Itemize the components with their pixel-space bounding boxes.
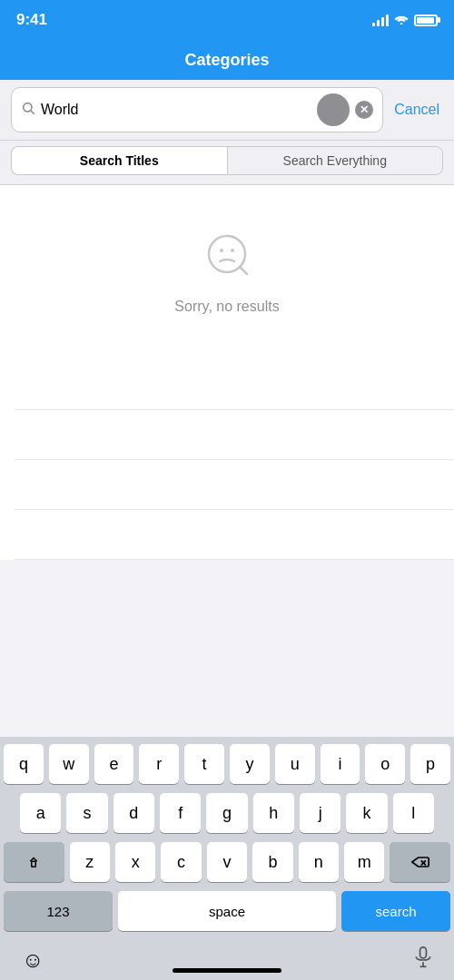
key-n[interactable]: n [299,842,339,882]
keyboard-row-3: z x c v b n m [4,842,450,882]
keyboard: q w e r t y u i o p a s d f g h j k l z … [0,737,454,980]
key-v[interactable]: v [207,842,247,882]
keyboard-row-1: q w e r t y u i o p [4,744,450,784]
key-b[interactable]: b [252,842,292,882]
wifi-icon [394,14,409,27]
no-results-text: Sorry, no results [174,299,279,315]
key-p[interactable]: p [410,744,450,784]
key-z[interactable]: z [70,842,110,882]
nav-bar: Categories [0,40,454,80]
search-icon [21,101,35,119]
svg-line-2 [31,111,35,114]
key-m[interactable]: m [344,842,384,882]
search-key[interactable]: search [341,891,450,931]
cancel-button[interactable]: Cancel [390,102,443,118]
key-r[interactable]: r [139,744,179,784]
signal-icon [372,14,389,26]
empty-row-1 [0,360,454,409]
svg-point-1 [24,103,32,112]
home-indicator [173,968,281,973]
key-e[interactable]: e [94,744,134,784]
key-i[interactable]: i [321,744,360,784]
search-input-wrapper[interactable]: ✕ [11,87,383,132]
segment-search-titles[interactable]: Search Titles [11,146,227,175]
no-results-container: Sorry, no results [0,185,454,360]
segment-search-everything[interactable]: Search Everything [227,146,444,175]
status-bar: 9:41 [0,0,454,40]
clear-button[interactable]: ✕ [355,101,373,119]
keyboard-bottom-row: 123 space search [4,891,450,931]
key-j[interactable]: j [300,793,340,833]
key-d[interactable]: d [114,793,154,833]
key-y[interactable]: y [230,744,270,784]
svg-point-0 [400,23,403,24]
key-l[interactable]: l [393,793,434,833]
key-o[interactable]: o [365,744,405,784]
space-key[interactable]: space [118,891,336,931]
key-x[interactable]: x [115,842,155,882]
key-k[interactable]: k [346,793,387,833]
empty-row-2 [0,410,454,459]
key-q[interactable]: q [4,744,44,784]
key-u[interactable]: u [275,744,315,784]
backspace-key[interactable] [390,842,450,882]
content-area [0,360,454,560]
divider-4 [15,559,454,560]
key-h[interactable]: h [253,793,294,833]
key-c[interactable]: c [161,842,201,882]
battery-icon [414,15,438,26]
svg-line-6 [240,267,247,274]
status-time: 9:41 [16,11,47,29]
bottom-bar: ☺ [4,940,450,980]
emoji-button[interactable]: ☺ [22,947,44,973]
no-results-icon [203,230,251,288]
key-s[interactable]: s [66,793,107,833]
search-input[interactable] [41,102,311,118]
key-t[interactable]: t [184,744,224,784]
shift-key[interactable] [4,842,64,882]
key-f[interactable]: f [160,793,201,833]
microphone-icon[interactable] [414,946,432,974]
nav-title: Categories [184,51,269,70]
num-key[interactable]: 123 [4,891,113,931]
svg-rect-7 [32,861,36,867]
key-g[interactable]: g [206,793,247,833]
empty-row-3 [0,460,454,509]
user-avatar [317,93,350,126]
empty-row-4 [0,510,454,559]
key-a[interactable]: a [20,793,61,833]
key-w[interactable]: w [49,744,89,784]
keyboard-row-2: a s d f g h j k l [4,793,450,833]
status-icons [372,14,438,27]
segment-control: Search Titles Search Everything [0,141,454,185]
search-bar: ✕ Cancel [0,80,454,141]
svg-rect-10 [420,947,427,958]
svg-point-4 [220,249,223,252]
svg-point-5 [231,249,234,252]
